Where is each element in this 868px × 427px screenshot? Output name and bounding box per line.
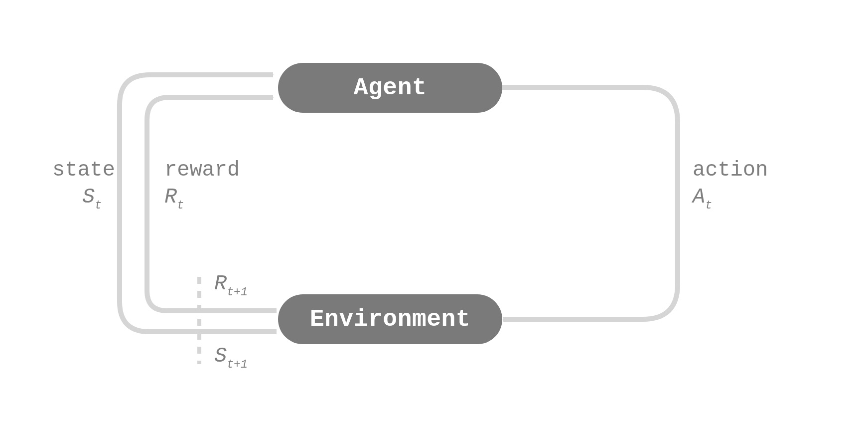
node-environment-label: Environment	[310, 306, 470, 333]
label-action-word: action	[693, 160, 768, 181]
label-state-word: state	[52, 160, 115, 181]
label-reward-symbol: Rt	[164, 187, 240, 210]
node-agent-label: Agent	[354, 74, 427, 101]
label-reward: reward Rt	[164, 160, 240, 210]
label-state-symbol: St	[52, 187, 115, 210]
label-action: action At	[693, 160, 768, 210]
label-state-next: St+1	[214, 344, 248, 370]
arrow-action	[501, 87, 678, 319]
node-agent: Agent	[278, 63, 502, 113]
node-environment: Environment	[278, 294, 502, 344]
label-action-symbol: At	[693, 187, 768, 210]
label-reward-word: reward	[164, 160, 240, 181]
label-reward-next: Rt+1	[214, 272, 248, 297]
rl-loop-diagram: Agent Environment state St reward Rt act…	[0, 0, 868, 427]
label-state: state St	[52, 160, 115, 210]
